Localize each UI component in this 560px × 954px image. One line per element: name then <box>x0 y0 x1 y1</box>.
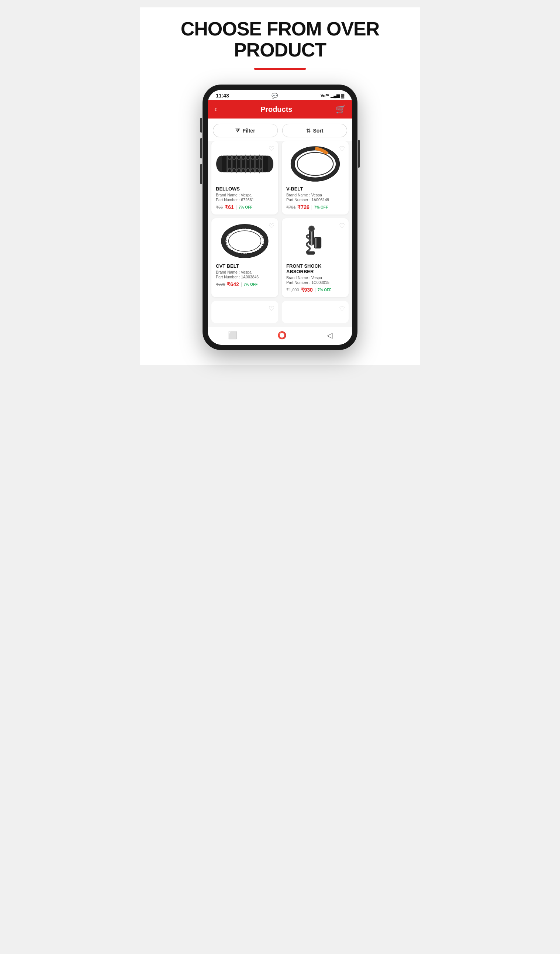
price-original-frontshock: ₹1,000 <box>286 288 299 292</box>
price-discounted-bellows: ₹61 <box>225 204 234 210</box>
sort-label: Sort <box>313 128 324 134</box>
filter-icon: ⧩ <box>235 127 240 134</box>
side-btn-volume-down2 <box>200 164 202 184</box>
filter-button[interactable]: ⧩ Filter <box>213 124 278 137</box>
app-header: ‹ Products 🛒 <box>208 100 352 118</box>
product-name-bellows: BELLOWS <box>216 186 274 192</box>
product-card-vbelt[interactable]: ♡ V-BELT Brand Name : Vespa <box>282 141 348 215</box>
discount-badge-bellows: 7% OFF <box>239 205 252 209</box>
sort-button[interactable]: ⇅ Sort <box>282 124 347 137</box>
svg-point-17 <box>229 231 261 251</box>
products-grid: ♡ <box>208 141 352 327</box>
product-part-cvtbelt: Part Number : 1A003846 <box>216 275 274 279</box>
wishlist-icon-bellows[interactable]: ♡ <box>269 145 274 153</box>
vbelt-svg <box>286 145 344 182</box>
side-btn-power <box>358 140 360 168</box>
product-part-frontshock: Part Number : 1C003015 <box>286 280 344 285</box>
price-original-cvtbelt: ₹690 <box>216 282 225 287</box>
frontshock-svg <box>286 223 344 260</box>
side-btn-volume-up <box>200 118 202 132</box>
product-pricing-vbelt: ₹781 ₹726 | 7% OFF <box>286 204 344 210</box>
back-button[interactable]: ‹ <box>214 104 217 114</box>
svg-rect-20 <box>306 251 315 255</box>
whatsapp-icon: 💬 <box>272 93 278 98</box>
price-discounted-cvtbelt: ₹642 <box>227 281 239 287</box>
product-brand-frontshock: Brand Name : Vespa <box>286 276 344 280</box>
product-part-vbelt: Part Number : 1A006149 <box>286 198 344 202</box>
product-card-partial-1: ♡ <box>212 301 278 323</box>
phone-frame: 11:43 💬 Vo⁴ᴳ ▂▄▆ ▓ ‹ Products 🛒 ⧩ Filter <box>202 84 358 350</box>
product-pricing-cvtbelt: ₹690 ₹642 | 7% OFF <box>216 281 274 287</box>
product-part-bellows: Part Number : 672661 <box>216 198 274 202</box>
nav-back-button[interactable]: ◁ <box>327 331 332 340</box>
network-icon: Vo⁴ᴳ <box>320 94 329 98</box>
product-card-cvtbelt[interactable]: ♡ CVT BELT Brand Name : Vespa Pa <box>212 218 278 297</box>
svg-point-14 <box>297 153 333 175</box>
product-brand-cvtbelt: Brand Name : Vespa <box>216 270 274 274</box>
cart-icon[interactable]: 🛒 <box>336 104 346 114</box>
wishlist-icon-partial1[interactable]: ♡ <box>269 305 274 313</box>
product-brand-bellows: Brand Name : Vespa <box>216 193 274 197</box>
status-time: 11:43 <box>216 93 229 98</box>
nav-home-button[interactable]: ⭕ <box>277 331 287 340</box>
svg-rect-24 <box>315 238 316 248</box>
discount-badge-vbelt: 7% OFF <box>314 205 328 209</box>
svg-point-13 <box>292 148 338 179</box>
svg-point-21 <box>309 226 315 232</box>
filter-label: Filter <box>243 128 255 134</box>
header-title: Products <box>260 105 292 114</box>
wishlist-icon-cvtbelt[interactable]: ♡ <box>269 222 274 230</box>
product-image-bellows <box>216 145 274 182</box>
product-name-vbelt: V-BELT <box>286 186 344 192</box>
price-discounted-frontshock: ₹930 <box>301 287 313 293</box>
product-card-frontshock[interactable]: ♡ <box>282 218 348 297</box>
product-name-cvtbelt: CVT BELT <box>216 263 274 269</box>
battery-icon: ▓ <box>341 94 344 98</box>
product-image-cvtbelt <box>216 223 274 260</box>
price-original-bellows: ₹66 <box>216 205 223 210</box>
discount-badge-cvtbelt: 7% OFF <box>244 282 258 287</box>
svg-rect-22 <box>311 232 312 246</box>
discount-badge-frontshock: 7% OFF <box>317 288 331 292</box>
product-image-frontshock <box>286 223 344 260</box>
status-icons: Vo⁴ᴳ ▂▄▆ ▓ <box>320 94 344 98</box>
product-card-bellows[interactable]: ♡ <box>212 141 278 215</box>
sort-icon: ⇅ <box>306 128 311 134</box>
product-pricing-frontshock: ₹1,000 ₹930 | 7% OFF <box>286 287 344 293</box>
side-btn-volume-down <box>200 138 202 158</box>
product-brand-vbelt: Brand Name : Vespa <box>286 193 344 197</box>
phone-screen: 11:43 💬 Vo⁴ᴳ ▂▄▆ ▓ ‹ Products 🛒 ⧩ Filter <box>208 90 352 345</box>
wishlist-icon-vbelt[interactable]: ♡ <box>339 145 345 153</box>
price-discounted-vbelt: ₹726 <box>297 204 309 210</box>
signal-icon: ▂▄▆ <box>331 94 339 98</box>
bellows-svg <box>216 145 274 182</box>
nav-square-button[interactable]: ⬜ <box>228 331 237 340</box>
bottom-nav: ⬜ ⭕ ◁ <box>208 327 352 345</box>
svg-point-18 <box>227 229 263 254</box>
price-original-vbelt: ₹781 <box>286 205 296 210</box>
product-image-vbelt <box>286 145 344 182</box>
hero-title: CHOOSE FROM OVER PRODUCT <box>147 19 413 61</box>
product-pricing-bellows: ₹66 ₹61 | 7% OFF <box>216 204 274 210</box>
product-card-partial-2: ♡ <box>282 301 348 323</box>
wishlist-icon-frontshock[interactable]: ♡ <box>339 222 345 230</box>
product-name-frontshock: FRONT SHOCK ABSORBER <box>286 263 344 274</box>
page-wrapper: CHOOSE FROM OVER PRODUCT 11:43 💬 Vo⁴ᴳ ▂▄… <box>140 8 420 365</box>
wishlist-icon-partial2[interactable]: ♡ <box>339 305 345 313</box>
status-bar: 11:43 💬 Vo⁴ᴳ ▂▄▆ ▓ <box>208 90 352 100</box>
hero-divider <box>254 68 306 70</box>
filter-sort-bar: ⧩ Filter ⇅ Sort <box>208 118 352 141</box>
cvtbelt-svg <box>216 223 274 260</box>
